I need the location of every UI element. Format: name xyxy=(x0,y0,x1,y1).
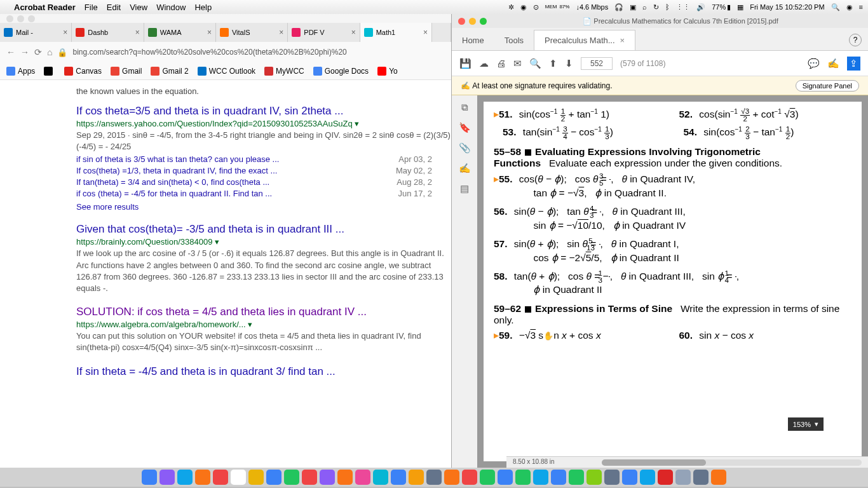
dock-app-icon[interactable] xyxy=(195,470,210,485)
browser-tab[interactable]: Math1× xyxy=(360,23,432,42)
signature-icon[interactable]: ✍ xyxy=(459,163,471,174)
dock-app-icon[interactable] xyxy=(515,470,531,485)
browser-tab[interactable]: WAMA× xyxy=(144,23,216,42)
dock-app-icon[interactable] xyxy=(409,470,424,485)
dock-app-icon[interactable] xyxy=(551,470,566,485)
help-button[interactable]: ? xyxy=(849,34,862,46)
lock-icon[interactable]: 🔒 xyxy=(57,48,67,57)
layers-icon[interactable]: ▤ xyxy=(460,183,469,194)
address-bar[interactable]: bing.com/search?q=how%20to%20solve%20cos… xyxy=(72,48,445,57)
dock-app-icon[interactable] xyxy=(711,470,726,485)
bookmark-icon[interactable]: 🔖 xyxy=(459,122,471,133)
share-icon[interactable]: ⇪ xyxy=(847,57,860,71)
result-url[interactable]: https://www.algebra.com/algebra/homework… xyxy=(76,320,451,329)
see-more-link[interactable]: See more results xyxy=(76,202,451,212)
lang-icon[interactable]: ▦ xyxy=(737,3,743,11)
horizontal-scrollbar[interactable] xyxy=(602,459,862,466)
bookmark-item[interactable]: Google Docs xyxy=(313,67,369,76)
dock-app-icon[interactable] xyxy=(622,470,637,485)
signature-panel-button[interactable]: Signature Panel xyxy=(796,80,859,92)
dock-app-icon[interactable] xyxy=(462,470,477,485)
bookmark-item[interactable]: Apps xyxy=(6,67,35,76)
email-icon[interactable]: ✉ xyxy=(513,58,522,69)
zoom-button[interactable] xyxy=(480,18,487,25)
search-icon[interactable]: 🔍 xyxy=(529,58,541,69)
menu-help[interactable]: Help xyxy=(194,3,212,12)
close-tab-icon[interactable]: × xyxy=(207,28,212,37)
related-link[interactable]: If tan(theta) = 3/4 and sin(theta) < 0, … xyxy=(76,177,451,187)
dock-app-icon[interactable] xyxy=(159,470,175,485)
dock-app-icon[interactable] xyxy=(693,470,709,485)
page-up-icon[interactable]: ⬆ xyxy=(549,58,557,69)
result-title[interactable]: Given that cos(theta)= -3/5 and theta is… xyxy=(76,223,451,236)
dock-app-icon[interactable] xyxy=(426,470,442,485)
dock-app-icon[interactable] xyxy=(640,470,655,485)
home-button[interactable]: ⌂ xyxy=(47,47,52,57)
spotlight-icon[interactable]: 🔍 xyxy=(831,3,840,11)
dock-app-icon[interactable] xyxy=(533,470,548,485)
tab-home[interactable]: Home xyxy=(452,30,494,50)
save-icon[interactable]: 💾 xyxy=(459,58,471,69)
comment-icon[interactable]: 💬 xyxy=(808,58,820,69)
bookmark-item[interactable]: MyWCC xyxy=(264,67,304,76)
timemachine-icon[interactable]: ↻ xyxy=(653,3,659,11)
browser-tab[interactable]: Mail -× xyxy=(0,23,72,42)
minimize-button[interactable] xyxy=(469,18,476,25)
app-name[interactable]: Acrobat Reader xyxy=(14,3,76,12)
page-number-input[interactable]: 552 xyxy=(581,57,613,70)
battery-status[interactable]: 77% ▮ xyxy=(712,3,731,11)
close-tab-icon[interactable]: × xyxy=(63,28,67,37)
thumbnails-icon[interactable]: ⧉ xyxy=(461,102,468,113)
print-icon[interactable]: 🖨 xyxy=(496,58,506,69)
new-tab-button[interactable] xyxy=(432,23,451,42)
volume-icon[interactable]: 🔊 xyxy=(696,3,705,11)
menu-edit[interactable]: Edit xyxy=(107,3,121,12)
bookmark-item[interactable]: Canvas xyxy=(64,67,102,76)
dock-app-icon[interactable] xyxy=(213,470,228,485)
menu-window[interactable]: Window xyxy=(156,3,186,12)
forward-button[interactable]: → xyxy=(20,47,29,57)
page-down-icon[interactable]: ⬇ xyxy=(565,58,573,69)
dock-app-icon[interactable] xyxy=(658,470,673,485)
dock-app-icon[interactable] xyxy=(142,470,157,485)
dock-app-icon[interactable] xyxy=(587,470,602,485)
close-tab-icon[interactable]: × xyxy=(620,36,625,45)
close-tab-icon[interactable]: × xyxy=(279,28,283,37)
dock-app-icon[interactable] xyxy=(266,470,281,485)
net-status[interactable]: ↓4.6 Mbps xyxy=(576,3,608,11)
search-icon[interactable]: ⌕ xyxy=(642,3,647,11)
dock-app-icon[interactable] xyxy=(320,470,335,485)
siri-icon[interactable]: ◉ xyxy=(846,3,853,11)
browser-tab[interactable]: VitalS× xyxy=(216,23,288,42)
dock-app-icon[interactable] xyxy=(248,470,264,485)
zoom-indicator[interactable]: 153% ▾ xyxy=(788,417,824,431)
pdf-viewport[interactable]: ▸51. sin(cos−1 12 + tan−1 1) 52. cos(sin… xyxy=(477,95,868,468)
dock-app-icon[interactable] xyxy=(302,470,317,485)
back-button[interactable]: ← xyxy=(6,47,15,57)
tab-tools[interactable]: Tools xyxy=(494,30,534,50)
dock-app-icon[interactable] xyxy=(498,470,513,485)
menu-file[interactable]: File xyxy=(85,3,98,12)
dock-app-icon[interactable] xyxy=(675,470,691,485)
bookmark-item[interactable]: Gmail xyxy=(111,67,142,76)
bookmark-item[interactable]: WCC Outlook xyxy=(198,67,255,76)
dock-app-icon[interactable] xyxy=(284,470,299,485)
close-tab-icon[interactable]: × xyxy=(351,28,356,37)
browser-tab[interactable]: Dashb× xyxy=(72,23,144,42)
menu-view[interactable]: View xyxy=(130,3,147,12)
result-title[interactable]: If sin theta = -4/5 and theta is in quad… xyxy=(76,365,451,378)
dock-app-icon[interactable] xyxy=(391,470,406,485)
status-icon[interactable]: ✲ xyxy=(508,3,514,11)
bookmark-item[interactable]: Yo xyxy=(377,67,398,76)
dock-app-icon[interactable] xyxy=(480,470,495,485)
notification-icon[interactable]: ≡ xyxy=(859,3,863,11)
dock-app-icon[interactable] xyxy=(444,470,459,485)
wifi-icon[interactable]: ⋮⋮ xyxy=(676,3,690,11)
result-title[interactable]: If cos theta=3/5 and theta is in quadran… xyxy=(76,105,451,118)
close-tab-icon[interactable]: × xyxy=(135,28,140,37)
dock-app-icon[interactable] xyxy=(355,470,370,485)
sign-icon[interactable]: ✍ xyxy=(827,58,839,69)
close-button[interactable] xyxy=(458,18,465,25)
attachment-icon[interactable]: 📎 xyxy=(459,142,471,154)
related-link[interactable]: if sin of theta is 3/5 what is tan theta… xyxy=(76,154,451,164)
